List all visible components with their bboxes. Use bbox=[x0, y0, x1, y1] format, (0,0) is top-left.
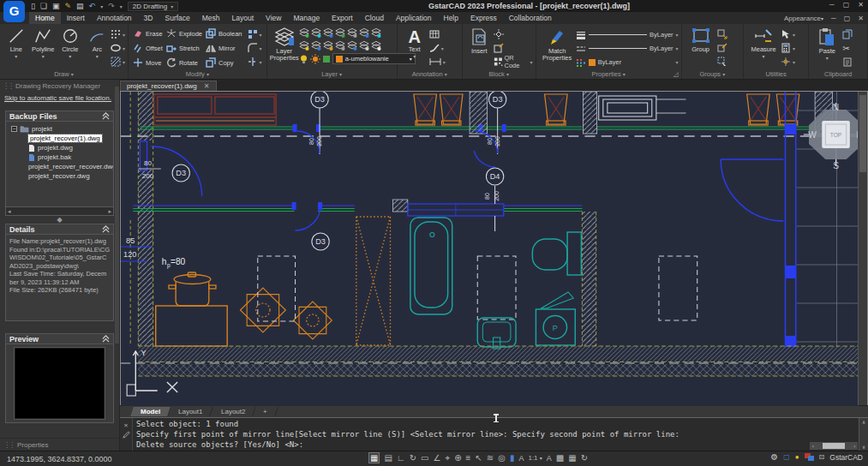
tab-export[interactable]: Export bbox=[326, 12, 359, 24]
snap-toggle-icon[interactable]: ▤ bbox=[384, 453, 392, 463]
mirror-button[interactable]: Mirror bbox=[204, 41, 244, 55]
calculator-button[interactable]: ▾ bbox=[781, 42, 795, 54]
layer-state-icon[interactable] bbox=[335, 40, 345, 51]
layer-state-icon[interactable] bbox=[311, 40, 321, 51]
dynamic-input-icon[interactable]: ▭ bbox=[421, 453, 428, 463]
command-h-scrollbar[interactable]: ‹ › bbox=[810, 442, 858, 450]
isodraft-icon[interactable]: ≋ bbox=[487, 453, 494, 463]
tree-file-row[interactable]: projekt_recover.dwg bbox=[6, 171, 113, 181]
lineweight-dropdown[interactable]: ByLayer▾ bbox=[576, 28, 679, 41]
bulb-icon[interactable]: ● bbox=[795, 453, 799, 461]
redo-chevron-icon[interactable]: ▾ bbox=[120, 3, 123, 9]
tree-root-row[interactable]: − projekt bbox=[6, 124, 113, 134]
cut-button[interactable]: ✂ bbox=[842, 42, 853, 54]
tab-view[interactable]: View bbox=[260, 12, 287, 24]
layer-state-icon[interactable] bbox=[323, 40, 333, 51]
layer-state-icon[interactable] bbox=[311, 27, 321, 39]
offset-button[interactable]: Offset bbox=[131, 41, 165, 55]
layer-state-icon[interactable] bbox=[359, 27, 369, 39]
tab-layout[interactable]: Layout bbox=[226, 12, 260, 24]
dialog-launcher-icon[interactable]: ◿ bbox=[673, 69, 679, 79]
workspace-selector[interactable]: 2D Drafting ▾ bbox=[128, 2, 178, 11]
annotation-scale-icon[interactable]: A bbox=[518, 454, 524, 463]
panel-block-footer[interactable]: Block ▾ bbox=[463, 69, 536, 79]
copy-base-button[interactable] bbox=[842, 56, 853, 68]
tab-collaboration[interactable]: Collaboration bbox=[503, 12, 558, 24]
tab-layout2[interactable]: Layout2 bbox=[211, 407, 256, 416]
scroll-up-icon[interactable]: ∧ bbox=[862, 419, 865, 425]
leader-button[interactable]: ▾ bbox=[429, 42, 446, 54]
panel-groups-footer[interactable]: Groups ▾ bbox=[682, 69, 743, 79]
fillet-button[interactable]: ▾ bbox=[248, 42, 262, 54]
ellipse-tools-button[interactable]: ▾ bbox=[111, 42, 125, 54]
scroll-right-icon[interactable]: ▸ bbox=[108, 208, 111, 215]
tab-express[interactable]: Express bbox=[464, 12, 503, 24]
preview-header[interactable]: Preview bbox=[5, 333, 114, 344]
trim-button[interactable]: ▾ bbox=[248, 56, 262, 68]
new-file-icon[interactable]: ▯ bbox=[31, 2, 35, 10]
save-icon[interactable]: ▣ bbox=[52, 2, 60, 10]
doc-close-button[interactable]: ✕ bbox=[858, 15, 864, 22]
edit-block-button[interactable] bbox=[494, 42, 533, 54]
command-history[interactable]: Select object: 1 found Specify first poi… bbox=[133, 418, 859, 451]
save-as-icon[interactable]: ✎ bbox=[65, 2, 72, 10]
tab-home[interactable]: Home bbox=[29, 12, 61, 24]
line-button[interactable]: Line▾ bbox=[3, 26, 30, 60]
floor-plan[interactable]: D3 80 200 D3 80 200 bbox=[121, 92, 859, 406]
tab-surface[interactable]: Surface bbox=[159, 12, 195, 24]
appearance-menu[interactable]: Appearance▾ bbox=[784, 15, 823, 22]
copy-clip-button[interactable] bbox=[842, 28, 853, 40]
erase-button[interactable]: Erase bbox=[131, 27, 165, 40]
backup-files-header[interactable]: Backup Files bbox=[5, 111, 114, 122]
doc-restore-button[interactable]: ▢ bbox=[844, 15, 851, 22]
tab-annotation[interactable]: Annotation bbox=[91, 12, 138, 24]
angle-toggle-icon[interactable]: ∠ bbox=[434, 453, 441, 463]
panel-splitter[interactable]: ◆ bbox=[0, 216, 119, 224]
display-icon[interactable]: ▢ bbox=[783, 453, 790, 461]
move-button[interactable]: Move bbox=[131, 56, 165, 69]
rotate-button[interactable]: Rotate bbox=[165, 56, 204, 69]
selection-cycling-icon[interactable]: ↖ bbox=[475, 453, 482, 463]
create-block-button[interactable] bbox=[494, 28, 533, 40]
layer-properties-button[interactable]: Layer Properties bbox=[270, 26, 299, 62]
id-point-button[interactable]: ▾ bbox=[781, 56, 795, 68]
stretch-button[interactable]: Stretch bbox=[165, 41, 204, 55]
otrack-toggle-icon[interactable]: ⊕ bbox=[454, 453, 461, 463]
monitor-icon[interactable]: ▮ bbox=[510, 453, 515, 463]
close-doc-icon[interactable]: ✕ bbox=[204, 82, 210, 90]
ungroup-button[interactable] bbox=[717, 28, 727, 40]
sidebar-scrollbar[interactable] bbox=[115, 87, 119, 344]
undo-chevron-icon[interactable]: ▾ bbox=[100, 3, 103, 9]
array-button[interactable]: ▾ bbox=[248, 28, 262, 40]
ortho-toggle-icon[interactable]: ∟ bbox=[397, 453, 405, 463]
gstarcad-logo-icon[interactable]: G bbox=[3, 1, 25, 22]
sun-icon[interactable] bbox=[310, 54, 320, 64]
table-button[interactable] bbox=[429, 28, 446, 40]
paste-button[interactable]: Paste▾ bbox=[811, 26, 842, 62]
tree-file-row[interactable]: projekt.bak bbox=[6, 152, 113, 162]
tab-3d[interactable]: 3D bbox=[138, 12, 159, 24]
layer-state-icon[interactable] bbox=[299, 40, 309, 51]
tab-manage[interactable]: Manage bbox=[287, 12, 326, 24]
annotation-visibility-icon[interactable]: A bbox=[547, 454, 552, 463]
tree-file-row[interactable]: projekt.dwg bbox=[6, 143, 113, 152]
panel-clipboard-footer[interactable]: Clipboard bbox=[809, 69, 867, 79]
open-file-icon[interactable]: ❏ bbox=[40, 2, 47, 10]
polar-toggle-icon[interactable]: ↻ bbox=[410, 453, 416, 463]
insert-button[interactable]: Insert bbox=[465, 26, 494, 55]
scrollbar-thumb[interactable] bbox=[823, 443, 845, 449]
command-prompt[interactable]: Delete source objects? [Yes/No] <N>: bbox=[136, 439, 855, 450]
color-dropdown[interactable]: ByLayer▾ bbox=[576, 56, 679, 69]
panel-utilities-footer[interactable]: Utilities bbox=[744, 69, 808, 79]
grip-icon[interactable]: ⋮⋮ bbox=[3, 82, 13, 90]
layer-state-icon[interactable] bbox=[371, 27, 381, 39]
match-properties-button[interactable]: Match Properties bbox=[539, 26, 576, 62]
panel-annotation-footer[interactable]: Annotation ▾ bbox=[398, 69, 462, 79]
boolean-button[interactable]: Boolean bbox=[204, 27, 244, 40]
pencil-icon[interactable] bbox=[123, 431, 130, 439]
osnap-toggle-icon[interactable]: ⌖ bbox=[446, 453, 451, 463]
tab-insert[interactable]: Insert bbox=[61, 12, 91, 24]
tab-new-layout[interactable]: + bbox=[253, 407, 278, 416]
feedback-icon[interactable] bbox=[805, 453, 814, 461]
properties-tab[interactable]: ⋮⋮ Properties bbox=[0, 438, 119, 451]
